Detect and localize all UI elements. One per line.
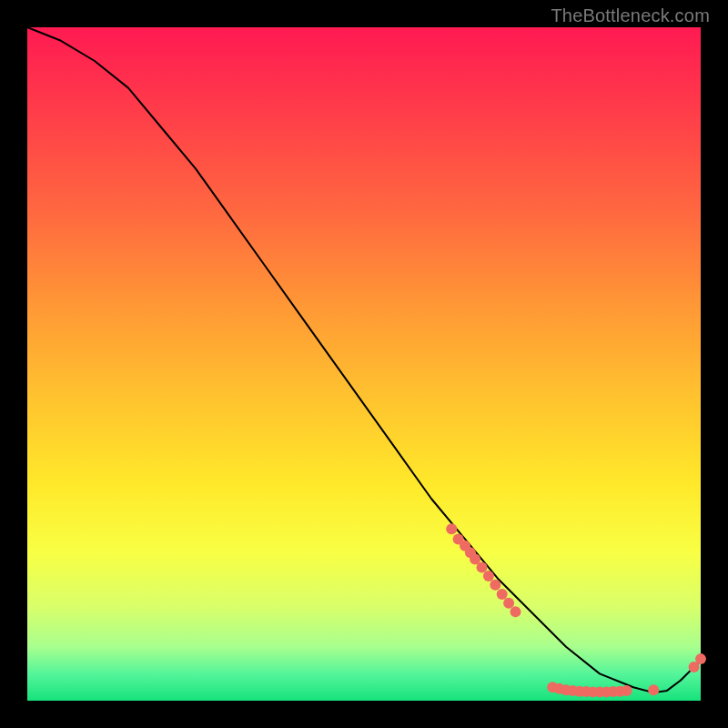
data-point <box>490 580 500 591</box>
gradient-plot-area <box>27 27 701 701</box>
data-point <box>503 598 514 609</box>
data-point <box>446 523 457 534</box>
bottleneck-curve <box>27 27 701 693</box>
data-point <box>648 684 659 695</box>
chart-svg <box>27 27 701 701</box>
chart-stage: TheBottleneck.com <box>0 0 728 728</box>
data-point <box>497 589 508 600</box>
watermark-text: TheBottleneck.com <box>551 5 710 26</box>
data-point <box>622 685 632 696</box>
data-point <box>477 561 488 572</box>
data-point <box>511 606 521 617</box>
marker-group <box>446 523 706 697</box>
data-point <box>483 571 494 581</box>
data-point <box>695 653 706 664</box>
